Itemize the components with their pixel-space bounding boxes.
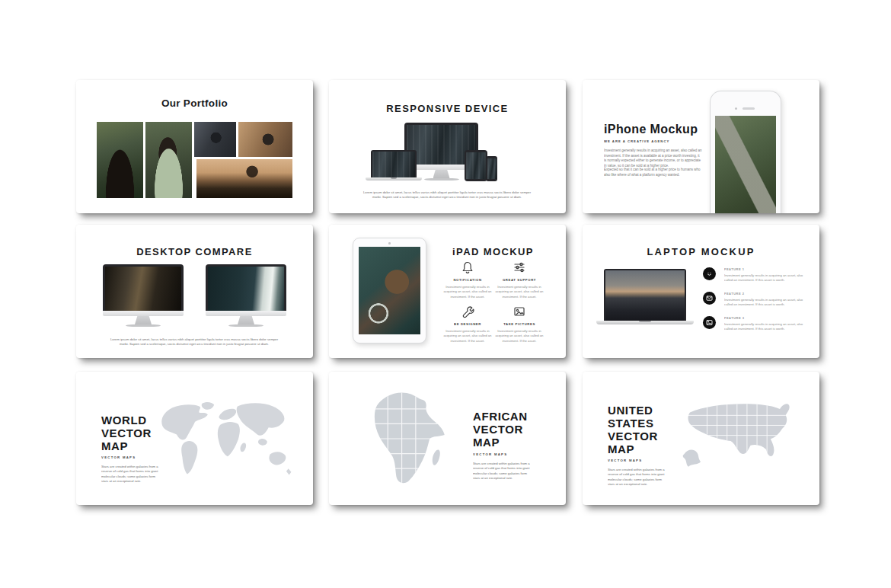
screen-photo xyxy=(105,267,181,311)
slide-caption: Lorem ipsum dolor sit amet, lacus tellus… xyxy=(356,190,538,209)
iphone-camera-dot xyxy=(735,107,737,110)
slide-title: AFRICAN VECTOR MAP xyxy=(473,410,528,449)
title-line: MAP xyxy=(473,436,528,449)
body-paragraph: Stars are created within galaxies from a… xyxy=(101,464,161,503)
us-map-graphic xyxy=(679,395,814,478)
caption-line-1: Lorem ipsum dolor sit amet, lacus tellus… xyxy=(363,190,531,194)
slide-title: WORLD VECTOR MAP xyxy=(101,414,152,452)
world-map-graphic xyxy=(155,401,298,480)
feature-text: Investment generally results in acquirin… xyxy=(495,328,544,343)
slide-our-portfolio: Our Portfolio xyxy=(76,80,313,213)
wrench-icon xyxy=(443,305,492,320)
imac-base xyxy=(126,324,161,327)
imac-screen xyxy=(103,264,184,311)
screen-photo xyxy=(372,152,415,177)
feature-row-1: FEATURE 1 Investment generally results i… xyxy=(703,267,805,289)
slide-desktop-compare: DESKTOP COMPARE Lorem ipsum dolor sit am… xyxy=(76,225,313,358)
slide-title: UNITED STATES VECTOR MAP xyxy=(608,404,658,455)
sliders-icon xyxy=(495,260,544,276)
slide-title: iPhone Mockup xyxy=(604,123,698,136)
feature-label: FEATURE 3 xyxy=(724,316,800,320)
slide-subtitle: VECTOR MAPS xyxy=(608,459,676,466)
slide-grid: Our Portfolio RESPONSIVE DEVICE Lorem ip… xyxy=(76,80,819,505)
imac-chin xyxy=(103,311,184,316)
feature-label: FEATURE 2 xyxy=(724,292,800,296)
title-line: AFRICAN xyxy=(473,410,528,423)
slide-subtitle: VECTOR MAPS xyxy=(473,452,541,460)
portfolio-photo-2 xyxy=(145,122,192,198)
slide-caption: Lorem ipsum dolor sit amet, lacus tellus… xyxy=(99,337,289,356)
macbook-base xyxy=(366,177,422,181)
screen-photo xyxy=(208,267,284,311)
caption-line-2: morbi. Sapien sed a scelerisque, sociis … xyxy=(372,195,522,199)
feature-notification: NOTIFICATION Investment generally result… xyxy=(443,260,492,303)
slide-title: iPAD MOCKUP xyxy=(426,246,560,257)
screen-photo xyxy=(487,158,497,179)
slide-subtitle: WE ARE A CREATIVE AGENCY xyxy=(604,139,711,147)
body-paragraph: Stars are created within galaxies from a… xyxy=(608,467,667,505)
iphone-mockup xyxy=(710,91,781,213)
macbook-mockup xyxy=(371,150,417,181)
slide-laptop-mockup: LAPTOP MOCKUP FEATURE 1 Investment gener… xyxy=(583,225,819,358)
slide-responsive-device: RESPONSIVE DEVICE Lorem ipsum dolor sit … xyxy=(329,80,566,213)
smile-icon xyxy=(703,267,716,280)
slide-title: LAPTOP MOCKUP xyxy=(583,246,819,257)
feature-label: BE DESIGNER xyxy=(443,322,492,326)
iphone-speaker xyxy=(742,107,755,110)
feature-label: GREAT SUPPORT xyxy=(495,278,544,282)
bell-icon xyxy=(443,260,492,276)
portfolio-photo-5 xyxy=(196,159,292,198)
slide-ipad-mockup: iPAD MOCKUP NOTIFICATION Investment gene… xyxy=(329,225,566,358)
imac-stand xyxy=(135,316,152,324)
imac-screen xyxy=(206,264,286,311)
feature-row-3: FEATURE 3 Investment generally results i… xyxy=(703,316,805,337)
body-paragraph-2: Expected so that it can be sold at a hig… xyxy=(604,167,703,187)
ipad-mockup xyxy=(353,238,426,344)
ipad-screen-photo xyxy=(359,247,420,334)
portfolio-photo-4 xyxy=(238,122,292,157)
title-line: WORLD xyxy=(101,414,152,427)
picture-icon xyxy=(495,305,544,320)
slide-title: Our Portfolio xyxy=(76,97,313,109)
phone-mockup xyxy=(486,156,497,181)
africa-map-graphic xyxy=(357,385,450,492)
title-line: VECTOR xyxy=(101,427,152,439)
slide-us-vector-map: UNITED STATES VECTOR MAP VECTOR MAPS Sta… xyxy=(583,372,819,505)
imac-chin xyxy=(206,311,286,316)
title-line: UNITED xyxy=(608,404,658,417)
title-line: STATES xyxy=(608,417,658,430)
slide-title: DESKTOP COMPARE xyxy=(76,246,313,257)
feature-label: NOTIFICATION xyxy=(443,278,492,282)
iphone-screen-photo xyxy=(715,116,776,213)
feature-text: Investment generally results in acquirin… xyxy=(495,284,544,299)
caption-line-2: morbi. Sapien sed a scelerisque, sociis … xyxy=(120,342,269,346)
imac-base xyxy=(424,178,459,181)
imac-stand xyxy=(238,316,254,324)
imac-base xyxy=(228,324,263,327)
title-line: MAP xyxy=(608,443,658,455)
ipad-camera-dot xyxy=(388,242,391,244)
macbook-mockup xyxy=(604,269,686,324)
feature-great-support: GREAT SUPPORT Investment generally resul… xyxy=(495,260,544,303)
slide-title: RESPONSIVE DEVICE xyxy=(329,103,566,114)
feature-label: FEATURE 1 xyxy=(724,267,800,271)
slide-world-vector-map: WORLD VECTOR MAP VECTOR MAPS Stars are c… xyxy=(76,372,313,505)
slide-african-vector-map: AFRICAN VECTOR MAP VECTOR MAPS Stars are… xyxy=(329,372,566,505)
slide-iphone-mockup: iPhone Mockup WE ARE A CREATIVE AGENCY I… xyxy=(583,80,819,213)
portfolio-photo-1 xyxy=(97,122,143,198)
body-paragraph: Stars are created within galaxies from a… xyxy=(473,461,532,500)
feature-text: Investment generally results in acquirin… xyxy=(724,273,805,283)
portfolio-photo-3 xyxy=(194,122,236,157)
feature-take-pictures: TAKE PICTURES Investment generally resul… xyxy=(495,305,544,347)
picture-icon xyxy=(703,316,716,329)
feature-label: TAKE PICTURES xyxy=(495,322,544,326)
screen-photo xyxy=(466,152,486,179)
imac-mockup-left xyxy=(103,264,184,327)
macbook-screen xyxy=(604,269,686,321)
tablet-mockup xyxy=(465,150,487,181)
mail-icon xyxy=(703,292,716,305)
macbook-screen xyxy=(371,150,417,177)
title-line: MAP xyxy=(101,439,152,452)
imac-stand xyxy=(433,170,450,178)
caption-line-1: Lorem ipsum dolor sit amet, lacus tellus… xyxy=(110,337,278,341)
